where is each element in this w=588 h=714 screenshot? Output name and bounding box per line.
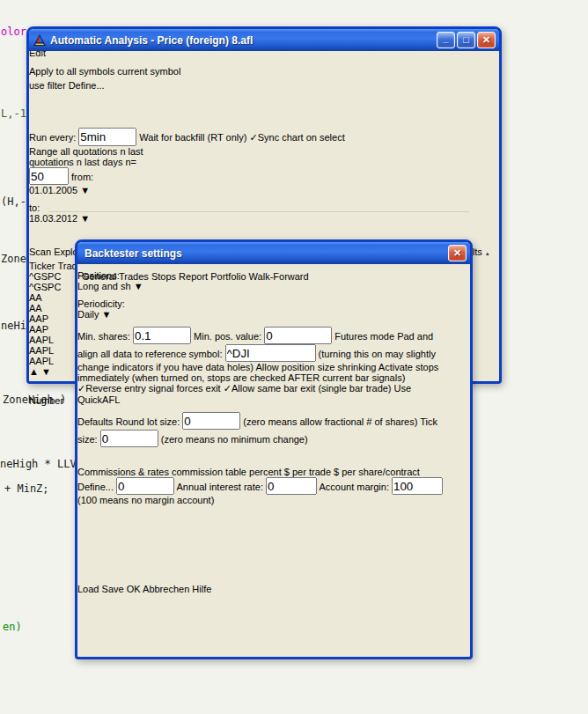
- run-every-checkbox[interactable]: Run every:: [29, 132, 76, 143]
- defaults-label: Defaults: [77, 416, 113, 427]
- main-titlebar[interactable]: Automatic Analysis - Price (foreign) 8.a…: [29, 29, 499, 51]
- chevron-down-icon[interactable]: ▼: [80, 185, 90, 195]
- background-code-fragment: (H,-: [1, 195, 26, 208]
- scroll-up-icon[interactable]: ▲: [29, 366, 39, 377]
- tab-trades[interactable]: Trades: [119, 271, 149, 282]
- account-margin-label: Account margin:: [319, 482, 388, 492]
- tab-walk-forward[interactable]: Walk-Forward: [249, 271, 309, 282]
- general-settings-group: General settings Initial equity: 10000 P…: [77, 242, 448, 412]
- dialog-titlebar[interactable]: Backtester settings ✕: [77, 242, 470, 264]
- min-pos-value-field[interactable]: [264, 327, 332, 344]
- reference-symbol-field[interactable]: [225, 344, 316, 362]
- to-label: to:: [29, 202, 40, 213]
- futures-mode-checkbox[interactable]: Futures mode: [334, 331, 394, 342]
- annual-interest-field[interactable]: [266, 477, 317, 495]
- background-code-fragment: neHigh * LLV: [0, 458, 77, 470]
- load-button[interactable]: Load: [77, 584, 99, 594]
- main-window-title: Automatic Analysis - Price (foreign) 8.a…: [50, 34, 435, 47]
- define-filter-button[interactable]: Define...: [69, 80, 105, 91]
- chevron-down-icon[interactable]: ▼: [102, 309, 112, 320]
- checkbox-box: ✓: [77, 383, 85, 394]
- scroll-down-icon[interactable]: ▼: [41, 366, 51, 377]
- desktop: { "icons": { "minimize": "_", "maximize"…: [0, 0, 588, 714]
- results-divider: [48, 211, 469, 212]
- min-pos-value-label: Min. pos. value:: [194, 331, 261, 342]
- background-code-fragment: + MinZ;: [4, 482, 49, 495]
- account-margin-field[interactable]: [392, 477, 443, 495]
- chevron-down-icon[interactable]: ▼: [80, 213, 90, 224]
- n-equals-label: n=: [125, 157, 136, 167]
- checkbox-box: ✓: [249, 132, 257, 143]
- tab-portfolio[interactable]: Portfolio: [210, 271, 246, 282]
- min-shares-field[interactable]: [133, 327, 191, 344]
- help-button[interactable]: Hilfe: [192, 584, 211, 594]
- scan-button[interactable]: Scan: [29, 247, 51, 257]
- minimize-button[interactable]: _: [437, 32, 455, 48]
- radio-use-filter[interactable]: use filter: [29, 80, 66, 91]
- per-trade-amount-field[interactable]: [116, 477, 174, 495]
- min-shares-label: Min. shares:: [77, 331, 130, 342]
- close-button[interactable]: ✕: [477, 32, 496, 48]
- maximize-button[interactable]: □: [457, 32, 475, 48]
- tab-general[interactable]: General: [82, 271, 116, 282]
- tab-report[interactable]: Report: [179, 271, 208, 282]
- radio-all-quotations[interactable]: all quotations: [60, 146, 117, 157]
- annual-interest-label: Annual interest rate:: [176, 482, 262, 492]
- dialog-tabs: General Trades Stops Report Portfolio Wa…: [82, 271, 466, 291]
- to-date-picker[interactable]: 18.03.2012 ▼: [29, 213, 121, 231]
- radio-per-trade[interactable]: $ per trade: [284, 467, 331, 477]
- results-count-status: Number: [29, 395, 63, 406]
- radio-per-share[interactable]: $ per share/contract: [334, 467, 420, 477]
- activate-stops-note: (when turned on, stops are checked AFTER…: [132, 372, 406, 383]
- round-lot-label: Round lot size:: [115, 416, 180, 427]
- ok-button[interactable]: OK: [127, 584, 141, 594]
- tick-size-note: (zero means no minimum change): [161, 434, 308, 445]
- radio-current-symbol[interactable]: current symbol: [117, 66, 180, 77]
- from-date-picker[interactable]: 01.01.2005 ▼: [29, 185, 121, 202]
- background-code-fragment: neHi: [1, 320, 26, 332]
- dialog-title: Backtester settings: [85, 247, 446, 260]
- tick-size-field[interactable]: [100, 430, 158, 447]
- radio-percent[interactable]: percent: [249, 467, 282, 477]
- n-days-field[interactable]: [29, 167, 69, 185]
- save-button[interactable]: Save: [102, 584, 124, 594]
- background-code-fragment: L,-1: [1, 107, 26, 120]
- background-code-fragment: Zone: [1, 253, 26, 265]
- defaults-group: Defaults Round lot size: (zero means all…: [77, 412, 448, 467]
- tab-stops[interactable]: Stops: [151, 271, 176, 282]
- round-lot-field[interactable]: [182, 412, 240, 430]
- amibroker-logo-icon: [33, 33, 47, 48]
- round-lot-note: (zero means allow fractional # of shares…: [243, 416, 417, 427]
- same-bar-exit-checkbox[interactable]: ✓Allow same bar exit (single bar trade): [224, 383, 392, 394]
- radio-n-last-days[interactable]: n last days: [77, 157, 123, 167]
- define-commission-button[interactable]: Define...: [77, 482, 114, 492]
- column-header-ticker[interactable]: Ticker: [29, 261, 55, 271]
- commissions-group: Commissions & rates commission table per…: [77, 467, 448, 546]
- margin-note: (100 means no margin account): [77, 495, 214, 505]
- background-code-fragment: olor: [1, 26, 26, 38]
- dialog-close-button[interactable]: ✕: [448, 245, 467, 261]
- range-group: Range all quotations n last quotations n…: [29, 146, 177, 243]
- sync-chart-checkbox[interactable]: ✓Sync chart on select: [249, 132, 344, 143]
- periodicity-select[interactable]: Daily ▼: [77, 309, 145, 327]
- radio-from-date[interactable]: from:: [71, 172, 93, 182]
- radio-commission-table[interactable]: commission table: [172, 467, 246, 477]
- range-label: Range: [29, 146, 57, 157]
- apply-to-label: Apply to: [29, 66, 64, 77]
- collapse-results-button[interactable]: ▲: [485, 251, 490, 256]
- run-every-interval-field[interactable]: [78, 128, 136, 146]
- tab-page-general: General settings Initial equity: 10000 P…: [77, 242, 461, 580]
- allow-shrinking-checkbox[interactable]: Allow position size shrinking: [255, 362, 376, 372]
- background-code-fragment: en): [3, 621, 22, 633]
- checkbox-box: ✓: [224, 383, 232, 394]
- cancel-button[interactable]: Abbrechen: [143, 584, 189, 594]
- apply-to-group: Apply to all symbols current symbol use …: [29, 66, 189, 128]
- backtester-settings-dialog: Backtester settings ✕ General Trades Sto…: [75, 239, 473, 659]
- wait-backfill-checkbox[interactable]: Wait for backfill (RT only): [139, 132, 246, 143]
- periodicity-label: Periodicity:: [77, 298, 125, 309]
- commissions-label: Commissions & rates: [77, 467, 169, 477]
- reverse-entry-checkbox[interactable]: ✓Reverse entry signal forces exit: [77, 383, 221, 394]
- radio-all-symbols[interactable]: all symbols: [67, 66, 114, 77]
